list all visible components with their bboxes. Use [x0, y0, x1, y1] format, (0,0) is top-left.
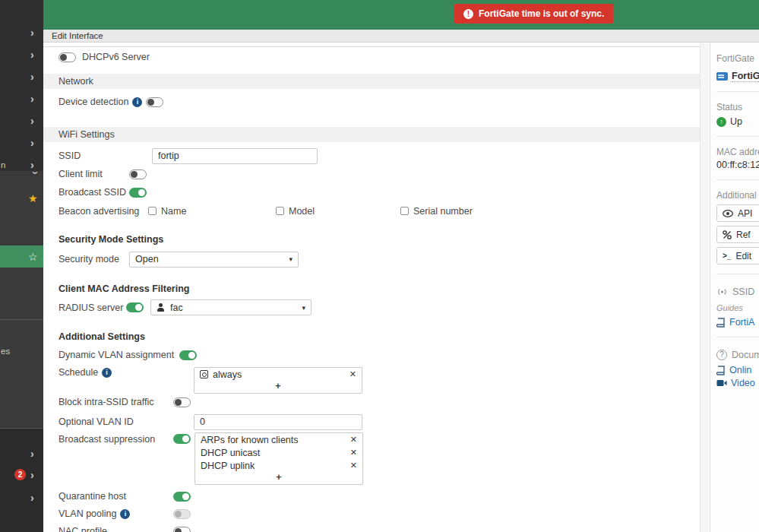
vlan-pooling-row: VLAN pooling i	[43, 508, 700, 519]
remove-icon[interactable]: ✕	[350, 448, 357, 458]
serial-number-checkbox[interactable]	[400, 207, 409, 215]
alert-text: FortiGate time is out of sync.	[479, 8, 604, 19]
ssid-section-label: SSID	[732, 287, 754, 297]
ssid-row: SSID	[43, 147, 700, 164]
chevron-down-icon[interactable]: ›	[29, 171, 41, 182]
add-schedule-button[interactable]: +	[194, 381, 362, 393]
favorite-star-outline-icon[interactable]: ☆	[28, 252, 38, 262]
user-icon	[157, 303, 166, 312]
favorite-star-icon[interactable]: ★	[28, 193, 38, 204]
suppression-item: ARPs for known clients ✕	[195, 433, 362, 446]
documentation-section-label: Docum	[732, 350, 759, 360]
remove-icon[interactable]: ✕	[350, 461, 357, 470]
references-label: Ref	[736, 230, 751, 240]
schedule-row: Schedule i always ✕ +	[43, 367, 700, 394]
additional-settings-heading: Additional Settings	[43, 331, 700, 343]
video-tutorials-link[interactable]: Video	[716, 378, 759, 388]
suppression-item-label: ARPs for known clients	[201, 435, 299, 445]
status-value-wrap: ↑ Up	[716, 116, 759, 127]
block-intra-ssid-row: Block intra-SSID traffic	[43, 397, 700, 407]
api-preview-button[interactable]: API	[716, 204, 759, 222]
dynamic-vlan-toggle[interactable]	[179, 350, 197, 360]
chevron-right-icon[interactable]: ›	[30, 492, 41, 505]
radius-server-select[interactable]: fac ▾	[150, 299, 312, 315]
scrolled-section-edge	[43, 46, 700, 47]
model-checkbox[interactable]	[276, 207, 284, 215]
content-scrollbar[interactable]	[700, 43, 709, 532]
broadcast-ssid-label: Broadcast SSID	[59, 187, 129, 198]
chevron-right-icon[interactable]: ›	[30, 116, 41, 128]
security-mode-value: Open	[135, 254, 159, 264]
fortiap-guide-link[interactable]: FortiA	[716, 317, 759, 328]
device-detection-label: Device detection	[59, 97, 128, 107]
broadcast-ssid-row: Broadcast SSID	[43, 187, 700, 198]
panel-divider	[716, 179, 759, 180]
serial-number-checkbox-label: Serial number	[413, 206, 473, 217]
security-mode-settings-heading: Security Mode Settings	[43, 234, 700, 245]
status-label: Status	[716, 102, 759, 112]
dynamic-vlan-label: Dynamic VLAN assignment	[59, 350, 174, 360]
beacon-option-serial: Serial number	[400, 206, 473, 217]
quarantine-host-label: Quarantine host	[59, 491, 173, 502]
online-help-link[interactable]: Onlin	[716, 365, 759, 375]
mac-address-value: 00:ff:c8:12	[716, 160, 759, 170]
ssid-input[interactable]	[152, 148, 318, 164]
wifi-settings-section-header: WiFi Settings	[43, 127, 700, 142]
info-icon: i	[120, 509, 130, 519]
vlan-pooling-label: VLAN pooling	[59, 508, 116, 519]
references-button[interactable]: Ref	[716, 226, 759, 243]
fortigate-device-link[interactable]: FortiG	[716, 71, 759, 82]
chevron-right-icon[interactable]: ›	[30, 448, 41, 461]
suppression-item-label: DHCP uplink	[201, 461, 255, 471]
radius-server-toggle[interactable]	[126, 302, 144, 312]
chevron-right-icon[interactable]: ›	[30, 138, 41, 150]
vlan-pooling-toggle[interactable]	[173, 509, 191, 519]
chevron-right-icon[interactable]: ›	[30, 27, 41, 40]
quarantine-host-toggle[interactable]	[173, 492, 191, 502]
mac-address-label: MAC addre	[716, 147, 759, 157]
radius-server-label: RADIUS server	[59, 302, 126, 313]
name-checkbox[interactable]	[148, 207, 157, 215]
page-title: Edit Interface	[43, 30, 759, 43]
panel-divider	[716, 274, 759, 274]
remove-icon[interactable]: ✕	[349, 369, 356, 379]
optional-vlan-input[interactable]	[194, 414, 362, 430]
network-section-header: Network	[43, 74, 700, 89]
chevron-right-icon[interactable]: ›	[30, 49, 41, 62]
client-limit-toggle[interactable]	[129, 169, 147, 179]
online-help-label: Onlin	[729, 365, 751, 375]
broadcast-suppression-toggle[interactable]	[173, 434, 191, 444]
quarantine-host-row: Quarantine host	[43, 491, 700, 502]
vlan-pooling-label-wrap: VLAN pooling i	[59, 508, 173, 519]
device-detection-toggle[interactable]	[146, 97, 163, 107]
status-value: Up	[730, 116, 742, 127]
nac-profile-toggle[interactable]	[173, 527, 191, 532]
add-suppression-button[interactable]: +	[195, 472, 362, 484]
schedule-label: Schedule	[59, 367, 98, 378]
block-intra-ssid-label: Block intra-SSID traffic	[59, 397, 173, 407]
panel-divider	[716, 337, 759, 337]
panel-divider	[716, 136, 759, 137]
schedule-item-label: always	[213, 369, 242, 380]
book-icon	[716, 318, 726, 328]
dhcpv6-server-toggle[interactable]	[59, 52, 76, 62]
chevron-right-icon[interactable]: ›	[30, 470, 41, 482]
broadcast-suppression-row: Broadcast suppression ARPs for known cli…	[43, 432, 700, 485]
block-intra-ssid-toggle[interactable]	[173, 397, 191, 407]
chevron-right-icon[interactable]: ›	[30, 160, 41, 172]
book-icon	[716, 366, 726, 375]
security-mode-select[interactable]: Open ▾	[129, 252, 299, 268]
video-tutorials-label: Video	[731, 378, 755, 388]
panel-divider	[716, 91, 759, 92]
caret-down-icon: ▾	[289, 255, 293, 263]
chevron-right-icon[interactable]: ›	[30, 93, 41, 106]
nac-profile-row: NAC profile	[43, 526, 700, 532]
suppression-item: DHCP unicast ✕	[195, 446, 362, 459]
api-preview-label: API	[738, 208, 752, 219]
optional-vlan-row: Optional VLAN ID	[43, 413, 700, 430]
edit-in-cli-button[interactable]: >_ Edit	[716, 247, 759, 264]
chevron-right-icon[interactable]: ›	[30, 71, 41, 84]
remove-icon[interactable]: ✕	[350, 435, 357, 445]
broadcast-ssid-toggle[interactable]	[129, 188, 147, 198]
question-circle-icon: ?	[716, 350, 727, 360]
